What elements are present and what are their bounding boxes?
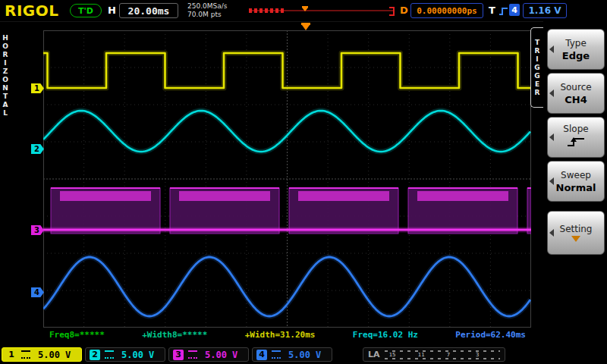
trigger-source-badge: 4 bbox=[509, 4, 520, 16]
memory-filled-region bbox=[249, 8, 284, 13]
horizontal-label: H bbox=[108, 5, 116, 16]
channel1-scale: 5.00 V bbox=[38, 350, 71, 360]
delay-readout: 0.00000000ps bbox=[410, 3, 483, 18]
channel2-scale: 5.00 V bbox=[121, 350, 154, 360]
trigger-label: T bbox=[489, 5, 495, 16]
channel1-number: 1 bbox=[6, 350, 17, 360]
trigger-position-marker-icon bbox=[301, 23, 310, 30]
measurement-item: +Width=31.20ms bbox=[245, 330, 316, 342]
channel2-status[interactable]: 2 5.00 V bbox=[85, 347, 165, 362]
measurement-row: Freq8=***** +Width8=***** +Width=31.20ms… bbox=[43, 330, 532, 342]
channel3-status[interactable]: 3 5.00 V bbox=[168, 347, 249, 362]
sample-rate: 250.0MSa/s bbox=[187, 2, 227, 11]
memory-depth: 70.0M pts bbox=[187, 11, 227, 19]
timebase-readout: 20.00ms bbox=[119, 3, 178, 18]
channel2-number: 2 bbox=[90, 350, 100, 360]
channel1-ground-marker: 1 bbox=[31, 83, 44, 93]
menu-button-source[interactable]: Source CH4 bbox=[547, 73, 605, 114]
delay-label: D bbox=[400, 5, 408, 16]
rigol-logo: RIGOL bbox=[5, 2, 59, 20]
trigger-status-badge: T'D bbox=[70, 4, 102, 17]
down-arrow-icon bbox=[571, 236, 580, 242]
channel4-scale: 5.00 V bbox=[288, 350, 321, 360]
acquisition-info: 250.0MSa/s 70.0M pts bbox=[187, 2, 227, 19]
measurement-item: Freq=16.02 Hz bbox=[353, 330, 418, 342]
memory-right-bracket bbox=[389, 7, 395, 16]
la-label: LA bbox=[368, 350, 380, 359]
channel4-ground-marker: 4 bbox=[31, 287, 44, 297]
dc-coupling-icon bbox=[188, 350, 197, 359]
menu-button-sweep[interactable]: Sweep Normal bbox=[547, 161, 605, 202]
rising-edge-icon bbox=[566, 136, 586, 151]
channel3-scale: 5.00 V bbox=[205, 350, 237, 360]
horizontal-panel-tab[interactable]: HORIZONTAL bbox=[0, 23, 11, 129]
measurement-item: Freq8=***** bbox=[49, 330, 105, 342]
waveform-memory-bar bbox=[249, 5, 395, 15]
trigger-slope-icon bbox=[498, 5, 508, 20]
channel4-status[interactable]: 4 5.00 V bbox=[252, 347, 332, 362]
measurement-item: Period=62.40ms bbox=[455, 330, 526, 342]
measurement-item: +Width8=***** bbox=[142, 330, 207, 342]
dc-coupling-icon bbox=[21, 350, 30, 359]
menu-button-slope[interactable]: Slope bbox=[547, 117, 605, 158]
trigger-level-readout: 1.16 V bbox=[523, 3, 567, 18]
channel3-number: 3 bbox=[173, 350, 184, 360]
channel1-status[interactable]: 1 5.00 V bbox=[2, 347, 82, 362]
memory-trigger-marker-icon bbox=[302, 6, 311, 11]
waveform-display bbox=[43, 30, 531, 328]
dc-coupling-icon bbox=[105, 350, 114, 359]
menu-button-type[interactable]: Type Edge bbox=[547, 29, 605, 70]
digital-channel-ticks: 15 11 7 3 bbox=[385, 350, 500, 360]
logic-analyzer-status[interactable]: LA 15 11 7 3 bbox=[363, 347, 505, 362]
dc-coupling-icon bbox=[272, 350, 281, 359]
channel3-ground-marker: 3 bbox=[31, 225, 44, 235]
channel4-number: 4 bbox=[256, 350, 267, 360]
soft-menu-panel: Type Edge Source CH4 Slope Sweep Normal … bbox=[543, 21, 607, 364]
channel2-ground-marker: 2 bbox=[31, 144, 44, 154]
menu-button-setting[interactable]: Setting bbox=[547, 211, 605, 255]
trigger-menu-tab[interactable]: TRIGGER bbox=[530, 27, 543, 108]
oscilloscope-screen: RIGOL T'D H 20.00ms 250.0MSa/s 70.0M pts… bbox=[0, 0, 607, 364]
top-status-bar: RIGOL T'D H 20.00ms 250.0MSa/s 70.0M pts… bbox=[0, 0, 607, 22]
